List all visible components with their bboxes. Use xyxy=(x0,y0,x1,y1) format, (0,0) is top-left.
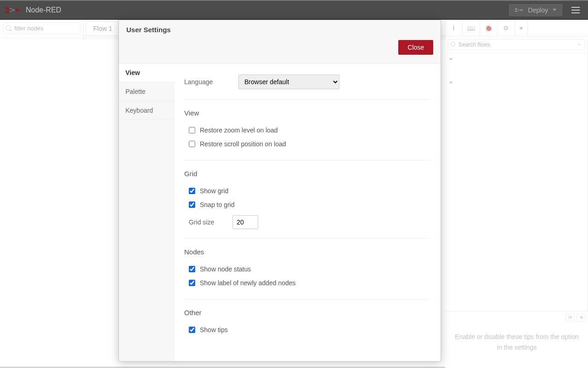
restore-zoom-checkbox[interactable] xyxy=(189,127,195,133)
grid-size-input[interactable] xyxy=(232,215,258,229)
flow-tab[interactable]: Flow 1 xyxy=(85,22,120,35)
svg-rect-2 xyxy=(15,9,20,11)
svg-rect-5 xyxy=(520,9,523,11)
sidebar-tab-help[interactable]: i xyxy=(445,20,463,36)
tips-refresh-button[interactable]: ⟳ xyxy=(565,313,575,322)
settings-tab-palette[interactable]: Palette xyxy=(119,82,174,101)
section-other: Other xyxy=(184,309,430,316)
svg-rect-1 xyxy=(6,11,9,13)
dialog-title: User Settings xyxy=(126,26,433,34)
restore-scroll-checkbox[interactable] xyxy=(189,141,195,147)
app-logo: Node-RED xyxy=(6,6,61,14)
grid-size-label: Grid size xyxy=(189,218,214,226)
info-sidebar: iinfo i 📖 🐞 ⚙ ▾ Flows ▦ Flow 1 Subflows … xyxy=(445,20,588,368)
language-label: Language xyxy=(184,78,226,86)
show-grid-checkbox[interactable] xyxy=(189,188,195,194)
section-nodes: Nodes xyxy=(184,248,430,256)
svg-rect-4 xyxy=(515,10,517,12)
tips-panel: ⟳ ✕ Enable or disable these tips from th… xyxy=(445,311,588,368)
app-title: Node-RED xyxy=(26,6,61,14)
deploy-icon xyxy=(515,7,523,13)
app-header: Node-RED Deploy xyxy=(0,0,588,20)
language-select[interactable]: Browser default xyxy=(238,75,339,89)
show-tips-checkbox[interactable] xyxy=(189,327,195,333)
sidebar-tab-book[interactable]: 📖 xyxy=(463,20,480,36)
snap-grid-checkbox[interactable] xyxy=(189,201,195,208)
sidebar-tab-debug[interactable]: 🐞 xyxy=(480,20,498,36)
node-label-checkbox[interactable] xyxy=(189,280,195,286)
nodered-logo-icon xyxy=(6,6,20,14)
tips-text: Enable or disable these tips from the op… xyxy=(445,323,588,368)
tips-close-button[interactable]: ✕ xyxy=(577,313,586,322)
sidebar-tab-more[interactable]: ▾ xyxy=(515,20,528,36)
section-grid: Grid xyxy=(184,170,430,178)
settings-tab-view[interactable]: View xyxy=(119,63,174,82)
svg-rect-3 xyxy=(515,8,517,10)
caret-down-icon xyxy=(553,9,556,11)
main-menu-button[interactable] xyxy=(567,2,584,18)
settings-tab-keyboard[interactable]: Keyboard xyxy=(119,101,174,120)
section-view: View xyxy=(184,109,430,117)
sidebar-search-input[interactable] xyxy=(448,39,585,50)
user-settings-dialog: User Settings Close View Palette Keyboar… xyxy=(119,20,441,362)
close-button[interactable]: Close xyxy=(398,40,433,55)
deploy-button[interactable]: Deploy xyxy=(508,3,563,17)
sidebar-tab-config[interactable]: ⚙ xyxy=(498,20,515,36)
svg-rect-0 xyxy=(6,7,9,9)
node-status-checkbox[interactable] xyxy=(189,266,195,272)
palette-filter-input[interactable] xyxy=(3,23,80,34)
deploy-label: Deploy xyxy=(528,6,548,14)
